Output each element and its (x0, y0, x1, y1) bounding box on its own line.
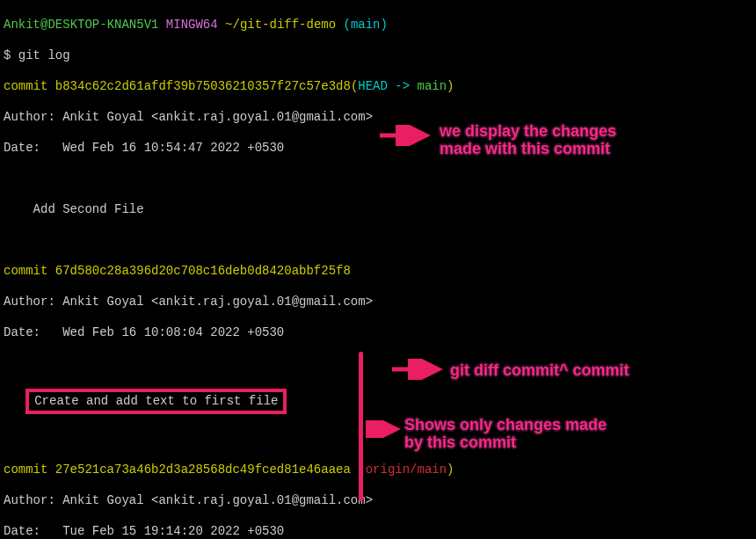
commit-msg: Add Second File (4, 202, 752, 218)
commit-line: commit 27e521ca73a46b2d3a28568dc49fced81… (4, 463, 752, 478)
author-line: Author: Ankit Goyal <ankit.raj.goyal.01@… (4, 110, 752, 126)
annotation-shows-changes: Shows only changes made by this commit (404, 417, 607, 452)
terminal[interactable]: Ankit@DESKTOP-KNAN5V1 MINGW64 ~/git-diff… (0, 0, 756, 539)
author-line: Author: Ankit Goyal <ankit.raj.goyal.01@… (4, 493, 752, 509)
annotation-git-diff-syntax: git diff commit^ commit (450, 362, 629, 380)
vertical-bar (359, 352, 363, 501)
date-line: Date: Tue Feb 15 19:14:20 2022 +0530 (4, 524, 752, 540)
commit-line: commit b834c62c2d61afdf39b75036210357f27… (4, 79, 752, 95)
prompt-line: Ankit@DESKTOP-KNAN5V1 MINGW64 ~/git-diff… (4, 18, 752, 33)
shell: MINGW64 (166, 18, 218, 32)
commit-line: commit 67d580c28a396d20c708c16deb0d8420a… (4, 264, 752, 280)
arrow-icon (390, 359, 443, 380)
annotation-display-changes: we display the changes made with this co… (440, 123, 616, 158)
cmd-git-log: $ git log (4, 48, 752, 64)
arrow-icon (366, 420, 401, 438)
author-line: Author: Ankit Goyal <ankit.raj.goyal.01@… (4, 295, 752, 310)
path: ~/git-diff-demo (225, 18, 336, 32)
date-line: Date: Wed Feb 16 10:08:04 2022 +0530 (4, 325, 752, 341)
arrow-icon (378, 125, 431, 146)
highlighted-commit-msg: Create and add text to first file (4, 387, 752, 417)
branch: (main) (344, 18, 388, 32)
user-host: Ankit@DESKTOP-KNAN5V1 (4, 18, 158, 32)
